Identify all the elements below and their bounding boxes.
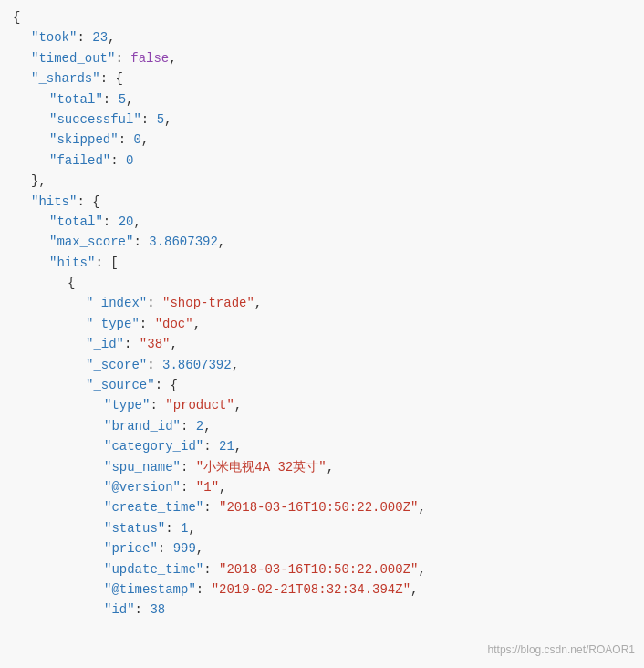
- json-key: "took": [31, 30, 77, 45]
- json-number: 3.8607392: [149, 235, 218, 249]
- json-string: "小米电视4A 32英寸": [196, 460, 327, 475]
- watermark: https://blog.csdn.net/ROAOR1: [488, 642, 635, 659]
- json-key: "timed_out": [31, 51, 115, 66]
- json-punctuation: ,: [193, 317, 201, 331]
- json-punctuation: ,: [218, 235, 225, 249]
- json-punctuation: :: [100, 71, 116, 86]
- json-key: "status": [104, 521, 165, 536]
- code-line: "total": 20,: [9, 212, 644, 232]
- code-line: "@timestamp": "2019-02-21T08:32:34.394Z"…: [9, 579, 644, 600]
- json-punctuation: :: [141, 112, 157, 127]
- code-line: {: [9, 273, 644, 293]
- code-line: {: [9, 7, 644, 27]
- json-key: "skipped": [49, 132, 119, 147]
- json-punctuation: :: [196, 582, 212, 597]
- json-punctuation: ,: [164, 112, 171, 127]
- json-key: "hits": [49, 256, 95, 270]
- json-key: "total": [49, 214, 103, 229]
- json-punctuation: :: [147, 296, 162, 310]
- code-line: "failed": 0: [9, 151, 644, 171]
- json-punctuation: :: [155, 378, 171, 392]
- json-number: 5: [157, 112, 164, 127]
- json-number: 23: [92, 30, 108, 45]
- code-line: "max_score": 3.8607392,: [9, 232, 644, 252]
- json-punctuation: :: [124, 337, 140, 351]
- code-line: "_shards": {: [9, 68, 644, 89]
- json-number: 0: [126, 153, 133, 168]
- code-line: "took": 23,: [9, 27, 644, 47]
- code-line: "create_time": "2018-03-16T10:50:22.000Z…: [9, 497, 644, 517]
- json-punctuation: :: [77, 30, 92, 45]
- json-string: "2019-02-21T08:32:34.394Z": [212, 582, 410, 597]
- json-punctuation: ,: [126, 92, 133, 107]
- json-punctuation: :: [140, 317, 155, 331]
- json-punctuation: ,: [141, 132, 149, 147]
- json-brace: {: [68, 276, 75, 290]
- json-number: 2: [196, 419, 203, 433]
- json-number: 5: [119, 92, 126, 107]
- json-key: "_shards": [31, 71, 100, 86]
- json-key: "create_time": [104, 500, 203, 515]
- json-punctuation: ,: [327, 460, 334, 475]
- json-punctuation: :: [110, 153, 126, 168]
- json-punctuation: ,: [418, 500, 425, 515]
- code-line: "hits": {: [9, 192, 644, 212]
- code-line: "timed_out": false,: [9, 48, 644, 68]
- json-punctuation: ,: [133, 214, 140, 229]
- json-key: "price": [104, 541, 158, 556]
- json-punctuation: :: [103, 214, 119, 229]
- json-number: 999: [173, 541, 196, 556]
- json-punctuation: :: [165, 521, 181, 536]
- json-brace: {: [170, 378, 177, 392]
- json-brace: {: [92, 194, 99, 209]
- json-punctuation: ,: [196, 541, 203, 556]
- json-punctuation: ,: [219, 480, 226, 495]
- json-punctuation: ,: [234, 439, 242, 454]
- json-key: "id": [104, 602, 135, 617]
- json-punctuation: :: [77, 194, 92, 209]
- json-punctuation: :: [150, 398, 165, 412]
- json-key: "_index": [86, 296, 147, 310]
- json-punctuation: ,: [169, 51, 176, 66]
- json-brace: [: [110, 256, 118, 270]
- json-key: "type": [104, 398, 150, 412]
- code-line: "_type": "doc",: [9, 314, 644, 334]
- code-line: "_index": "shop-trade",: [9, 293, 644, 313]
- json-key: "@timestamp": [104, 582, 196, 597]
- json-key: "max_score": [49, 235, 133, 249]
- json-string: "2018-03-16T10:50:22.000Z": [219, 500, 418, 515]
- json-string: "product": [165, 398, 234, 412]
- json-key: "_id": [86, 337, 124, 351]
- code-line: "total": 5,: [9, 89, 644, 110]
- json-punctuation: ,: [410, 582, 418, 597]
- code-line: "price": 999,: [9, 538, 644, 558]
- json-punctuation: :: [181, 480, 196, 495]
- code-line: "_source": {: [9, 375, 644, 395]
- code-line: "brand_id": 2,: [9, 416, 644, 436]
- code-line: "update_time": "2018-03-16T10:50:22.000Z…: [9, 559, 644, 579]
- json-number: 21: [219, 439, 234, 454]
- json-number: 3.8607392: [162, 358, 232, 372]
- code-line: "successful": 5,: [9, 110, 644, 130]
- json-punctuation: :: [203, 500, 219, 515]
- json-punctuation: :: [181, 419, 196, 433]
- code-line: "type": "product",: [9, 395, 644, 415]
- json-key: "total": [49, 92, 103, 107]
- code-line: "_id": "38",: [9, 334, 644, 354]
- json-string: "38": [140, 337, 171, 351]
- json-brace: {: [115, 71, 122, 86]
- json-string: "shop-trade": [162, 296, 254, 310]
- json-punctuation: ,: [203, 419, 211, 433]
- json-key: "update_time": [104, 562, 203, 577]
- json-key: "_source": [86, 378, 155, 392]
- json-punctuation: :: [115, 51, 130, 66]
- json-punctuation: :: [203, 439, 219, 454]
- json-punctuation: ,: [234, 398, 242, 412]
- json-punctuation: :: [181, 460, 196, 475]
- json-punctuation: :: [119, 132, 134, 147]
- json-brace: {: [13, 10, 20, 25]
- code-line: "category_id": 21,: [9, 436, 644, 456]
- json-punctuation: :: [95, 256, 110, 270]
- json-key: "_type": [86, 317, 140, 331]
- json-key: "failed": [49, 153, 110, 168]
